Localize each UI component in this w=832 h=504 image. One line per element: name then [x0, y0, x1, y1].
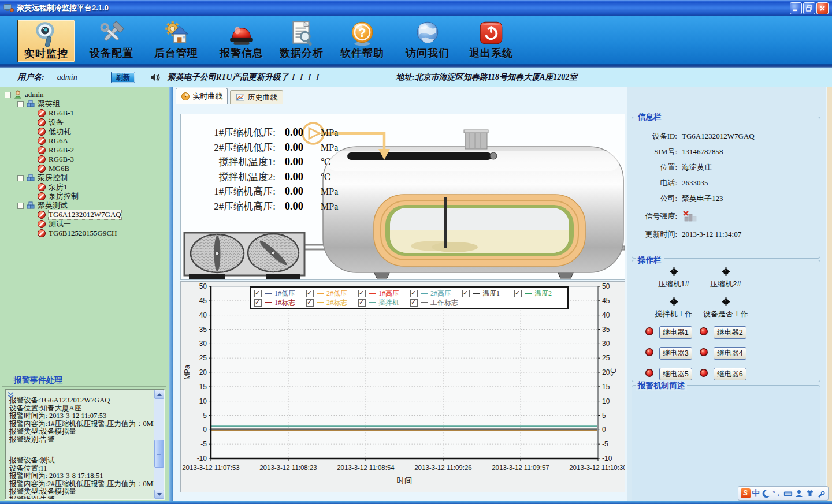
speaker-icon[interactable]	[149, 72, 161, 83]
relay-cell: 继电器4	[699, 347, 746, 360]
legend-checkbox[interactable]	[254, 290, 262, 297]
chinese-mode-icon[interactable]: 中	[752, 488, 760, 499]
moon-icon[interactable]	[762, 489, 771, 498]
realtime-chart: -10-10-5-5005510101515202025253030353540…	[181, 282, 625, 492]
alarm-event-line: 设备位置:知春大厦A座	[9, 405, 151, 413]
info-value: 2013-3-12 11:34:07	[682, 230, 741, 239]
username-value: admin	[57, 73, 77, 82]
legend-item: 1#高压	[358, 289, 410, 298]
tree-row[interactable]: admin	[0, 90, 169, 99]
tree-row[interactable]: TG6B12520155G9CH	[0, 229, 169, 238]
wrench-icon[interactable]	[816, 489, 826, 498]
black-indicator-icon	[645, 267, 703, 276]
keyboard-icon[interactable]	[783, 489, 793, 498]
tree-row[interactable]: 聚英测试	[0, 201, 169, 210]
tree-row[interactable]: 泵房1	[0, 182, 169, 192]
svg-text:-5: -5	[602, 440, 608, 448]
tree-row[interactable]: TG6A1232012W7GAQ	[0, 210, 169, 219]
restore-button[interactable]	[803, 2, 815, 14]
skin-shirt-icon[interactable]	[805, 489, 815, 498]
legend-checkbox[interactable]	[306, 290, 314, 297]
legend-label: 温度1	[482, 289, 500, 298]
sogou-logo-icon[interactable]: S	[741, 488, 751, 498]
legend-checkbox[interactable]	[410, 299, 418, 307]
legend-label: 2#高压	[430, 289, 451, 298]
svg-text:40: 40	[602, 311, 610, 319]
tree-row[interactable]: 低功耗	[0, 127, 169, 136]
svg-text:35: 35	[199, 326, 207, 334]
device-offline-icon	[37, 136, 46, 145]
toolbar-button-6[interactable]: ?软件帮助	[333, 20, 391, 62]
relay-button-3[interactable]: 继电器3	[659, 347, 692, 360]
ime-toolbar[interactable]: S 中 °，	[738, 486, 829, 501]
red-led-icon	[645, 368, 654, 380]
device-offline-icon	[37, 145, 46, 155]
tab-history-curve[interactable]: 历史曲线	[230, 90, 283, 104]
alarm-events-box[interactable]: 报警设备:TG6A1232012W7GAQ设备位置:知春大厦A座报警时间为: 2…	[5, 389, 165, 500]
svg-text:0: 0	[203, 425, 207, 434]
scrollbar-thumb[interactable]	[154, 440, 164, 468]
tree-row[interactable]: 泵房控制	[0, 173, 169, 182]
operation-group-title: 操作栏	[636, 255, 664, 266]
legend-checkbox[interactable]	[306, 299, 314, 307]
tree-row[interactable]: MG6B	[0, 164, 169, 173]
relay-button-1[interactable]: 继电器1	[659, 326, 692, 339]
expand-toggle[interactable]	[5, 92, 11, 98]
legend-checkbox[interactable]	[358, 299, 366, 307]
tree-row[interactable]: 泵房控制	[0, 192, 169, 201]
tree-row[interactable]: 测试一	[0, 219, 169, 229]
tree-row[interactable]: RG6B-1	[0, 109, 169, 118]
relay-cell: 继电器6	[699, 368, 746, 380]
expand-toggle[interactable]	[17, 203, 24, 209]
legend-checkbox[interactable]	[514, 290, 522, 297]
tree-row[interactable]: 聚英组	[0, 99, 169, 109]
scrollbar-up-button[interactable]	[154, 390, 164, 399]
alarm-scrollbar[interactable]	[154, 390, 164, 499]
alarm-event-line: 报警时间为: 2013-3-12 11:07:53	[9, 412, 151, 420]
tree-row[interactable]: RG6A	[0, 136, 169, 145]
right-scroll-strip[interactable]	[827, 87, 832, 501]
toolbar-button-2[interactable]: 设备配置	[83, 20, 140, 62]
red-led-icon	[699, 327, 708, 338]
tree-row[interactable]: RG6B-3	[0, 155, 169, 164]
measurement-row: 2#压缩机高压:0.00MPa	[183, 200, 338, 215]
toolbar-button-label: 报警信息	[220, 47, 263, 59]
relay-button-6[interactable]: 继电器6	[714, 368, 746, 380]
info-value	[682, 209, 697, 224]
app-window: 聚英远程制冷监控平台2.1.0 实时监控设备配置后台管理报警信息数据分析?软件帮…	[0, 0, 832, 504]
main-panel: 实时曲线历史曲线	[173, 87, 627, 501]
legend-checkbox[interactable]	[410, 290, 418, 297]
legend-label: 1#标志	[274, 298, 295, 308]
device-tree: admin聚英组RG6B-1设备低功耗RG6ARG6B-2RG6B-3MG6B泵…	[0, 90, 169, 375]
toolbar-button-3[interactable]: 后台管理	[147, 20, 205, 62]
punctuation-icon[interactable]: °，	[773, 489, 782, 498]
info-label: 公司:	[632, 193, 677, 204]
y-axis-label-right: ℃	[610, 368, 618, 376]
refresh-button[interactable]: 刷新	[111, 72, 135, 83]
info-value: 聚英电子123	[682, 193, 723, 204]
legend-checkbox[interactable]	[358, 290, 366, 297]
panel-splitter[interactable]	[169, 87, 173, 501]
close-button[interactable]	[816, 2, 829, 14]
legend-checkbox[interactable]	[254, 299, 262, 307]
legend-label: 温度2	[534, 289, 552, 298]
toolbar-button-7[interactable]: 访问我们	[399, 20, 456, 62]
legend-checkbox[interactable]	[462, 290, 470, 297]
toolbar-button-1[interactable]: 实时监控	[17, 20, 75, 62]
relay-button-4[interactable]: 继电器4	[714, 347, 746, 360]
relay-button-2[interactable]: 继电器2	[714, 326, 746, 339]
toolbar-button-5[interactable]: 数据分析	[273, 20, 330, 62]
toolbar-button-8[interactable]: 退出系统	[462, 20, 520, 62]
minimize-button[interactable]	[790, 2, 802, 14]
tree-row[interactable]: RG6B-2	[0, 145, 169, 155]
tree-row[interactable]: 设备	[0, 118, 169, 127]
alarm-events-text: 报警设备:TG6A1232012W7GAQ设备位置:知春大厦A座报警时间为: 2…	[9, 397, 151, 500]
relay-button-5[interactable]: 继电器5	[659, 368, 692, 380]
expand-toggle[interactable]	[17, 101, 24, 107]
toolbar-button-4[interactable]: 报警信息	[213, 20, 270, 62]
measurement-value: 0.00	[276, 156, 303, 168]
scrollbar-down-button[interactable]	[154, 490, 164, 499]
tab-realtime-curve[interactable]: 实时曲线	[176, 88, 228, 104]
expand-toggle[interactable]	[17, 175, 24, 181]
person-icon[interactable]	[794, 489, 804, 498]
